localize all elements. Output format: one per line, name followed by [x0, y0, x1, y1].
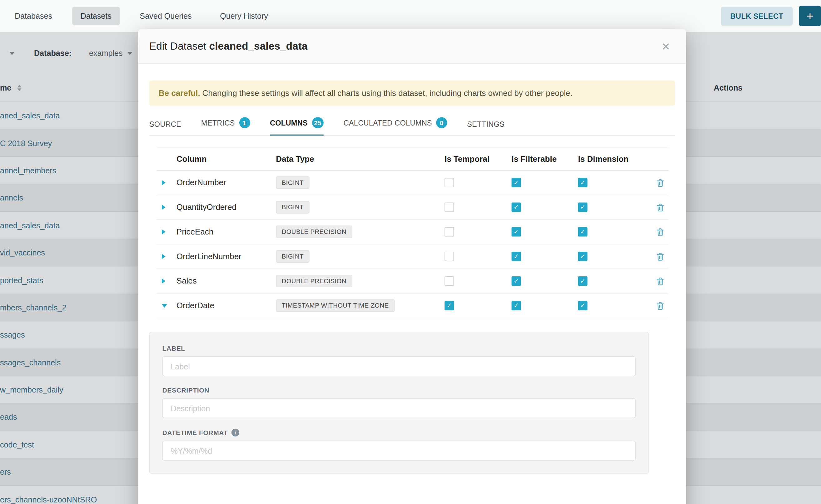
- label-field: LABEL: [162, 345, 636, 376]
- checkbox-is-filterable[interactable]: ✓: [512, 276, 521, 286]
- trash-icon[interactable]: [656, 227, 665, 236]
- columns-table-rows: OrderNumberBIGINT✓✓✓QuantityOrderedBIGIN…: [149, 170, 675, 318]
- trash-icon[interactable]: [656, 301, 665, 310]
- dataset-name-link[interactable]: w_members_daily: [0, 385, 63, 394]
- checkbox-is-filterable[interactable]: ✓: [512, 301, 521, 310]
- nav-item-query-history[interactable]: Query History: [211, 7, 276, 25]
- checkbox-is-temporal[interactable]: ✓: [445, 178, 454, 187]
- checkbox-is-filterable[interactable]: ✓: [512, 252, 521, 261]
- tab-metrics[interactable]: METRICS1: [201, 117, 250, 135]
- column-row: QuantityOrderedBIGINT✓✓✓: [156, 195, 669, 220]
- column-header: Column: [176, 154, 276, 164]
- checkbox-is-filterable[interactable]: ✓: [512, 178, 521, 187]
- dataset-name-link[interactable]: annels: [0, 193, 23, 202]
- checkbox-is-filterable-cell: ✓: [512, 203, 578, 212]
- column-row: OrderLineNumberBIGINT✓✓✓: [156, 245, 669, 269]
- column-name: OrderLineNumber: [176, 252, 276, 261]
- info-icon[interactable]: i: [231, 429, 239, 437]
- caret-cell: [156, 279, 176, 284]
- close-icon[interactable]: ✕: [659, 38, 672, 55]
- checkbox-is-dimension[interactable]: ✓: [578, 276, 587, 286]
- chevron-down-icon[interactable]: [9, 52, 15, 55]
- checkbox-is-dimension[interactable]: ✓: [578, 252, 587, 261]
- column-name: OrderDate: [176, 301, 276, 310]
- top-navigation: DatabasesDatasetsSaved QueriesQuery Hist…: [0, 0, 821, 32]
- warning-bold-text: Be careful.: [159, 88, 200, 97]
- database-filter-select[interactable]: examples: [89, 49, 132, 57]
- dataset-name-link[interactable]: ssages_channels: [0, 358, 61, 367]
- tab-count-badge: 25: [312, 117, 323, 128]
- data-type-pill: BIGINT: [276, 201, 309, 214]
- tab-label: CALCULATED COLUMNS: [343, 119, 432, 127]
- data-type-cell: DOUBLE PRECISION: [276, 275, 445, 287]
- nav-item-databases[interactable]: Databases: [6, 7, 61, 25]
- nav-item-saved-queries[interactable]: Saved Queries: [131, 7, 200, 25]
- tab-calculated-columns[interactable]: CALCULATED COLUMNS0: [343, 117, 447, 135]
- dataset-name-link[interactable]: eads: [0, 413, 17, 421]
- data-type-pill: BIGINT: [276, 176, 309, 189]
- warning-text: Changing these settings will affect all …: [202, 88, 572, 97]
- expand-caret-icon[interactable]: [162, 279, 166, 284]
- expand-caret-icon[interactable]: [162, 254, 166, 259]
- trash-icon[interactable]: [656, 203, 665, 211]
- checkbox-is-filterable[interactable]: ✓: [512, 227, 521, 236]
- chevron-down-icon: [127, 52, 133, 55]
- datetime-format-input[interactable]: [162, 441, 636, 461]
- checkbox-is-dimension[interactable]: ✓: [578, 301, 587, 310]
- trash-icon[interactable]: [656, 277, 665, 285]
- checkbox-is-dimension[interactable]: ✓: [578, 178, 587, 187]
- checkbox-is-temporal[interactable]: ✓: [445, 203, 454, 212]
- data-type-cell: TIMESTAMP WITHOUT TIME ZONE: [276, 299, 445, 312]
- dataset-name-link[interactable]: ported_stats: [0, 275, 43, 284]
- expand-caret-icon[interactable]: [162, 205, 166, 210]
- dataset-name-link[interactable]: mbers_channels_2: [0, 303, 66, 312]
- checkbox-is-filterable-cell: ✓: [512, 178, 578, 187]
- dataset-name-link[interactable]: ers_channels-uzooNNtSRO: [0, 495, 97, 504]
- checkbox-is-temporal[interactable]: ✓: [445, 227, 454, 236]
- expand-caret-icon[interactable]: [162, 229, 166, 235]
- label-input[interactable]: [162, 356, 636, 376]
- trash-icon[interactable]: [656, 252, 665, 261]
- warning-banner: Be careful.Changing these settings will …: [149, 81, 675, 106]
- dataset-name-link[interactable]: ssages: [0, 330, 25, 339]
- checkbox-is-dimension[interactable]: ✓: [578, 203, 587, 212]
- bulk-select-button[interactable]: BULK SELECT: [721, 7, 793, 25]
- column-detail-panel: LABEL DESCRIPTION DATETIME FORMAT i: [149, 332, 649, 474]
- tab-columns[interactable]: COLUMNS25: [270, 117, 324, 135]
- trash-icon[interactable]: [656, 178, 665, 187]
- caret-cell: [156, 180, 176, 185]
- database-filter-label: Database:: [34, 49, 72, 57]
- dataset-name-link[interactable]: aned_sales_data: [0, 221, 60, 230]
- column-row: OrderNumberBIGINT✓✓✓: [156, 170, 669, 195]
- collapse-caret-icon[interactable]: [162, 304, 167, 308]
- name-column-header[interactable]: me: [0, 83, 11, 92]
- dataset-name-link[interactable]: vid_vaccines: [0, 248, 45, 257]
- expand-caret-icon[interactable]: [162, 180, 166, 185]
- column-row: OrderDateTIMESTAMP WITHOUT TIME ZONE✓✓✓: [156, 294, 669, 318]
- data-type-cell: BIGINT: [276, 201, 445, 214]
- checkbox-is-temporal[interactable]: ✓: [445, 301, 454, 310]
- checkbox-is-temporal-cell: ✓: [445, 178, 512, 187]
- trash-cell: [642, 178, 669, 187]
- description-input[interactable]: [162, 398, 636, 418]
- dataset-name-link[interactable]: C 2018 Survey: [0, 138, 52, 147]
- dataset-name-link[interactable]: code_test: [0, 440, 34, 449]
- nav-item-datasets[interactable]: Datasets: [72, 7, 120, 25]
- actions-column-header: Actions: [714, 83, 742, 92]
- column-name: PriceEach: [176, 227, 276, 236]
- dataset-name-link[interactable]: aned_sales_data: [0, 111, 60, 120]
- checkbox-is-filterable[interactable]: ✓: [512, 203, 521, 212]
- tab-settings[interactable]: SETTINGS: [467, 120, 505, 135]
- checkbox-is-temporal[interactable]: ✓: [445, 276, 454, 286]
- checkbox-is-dimension[interactable]: ✓: [578, 227, 587, 236]
- tab-source[interactable]: SOURCE: [149, 120, 181, 135]
- label-field-label: LABEL: [162, 345, 636, 352]
- checkbox-is-filterable-cell: ✓: [512, 276, 578, 286]
- checkbox-is-dimension-cell: ✓: [578, 178, 642, 187]
- dataset-name-link[interactable]: annel_members: [0, 166, 56, 175]
- dataset-name-link[interactable]: ers: [0, 467, 11, 476]
- checkbox-is-temporal-cell: ✓: [445, 227, 512, 236]
- checkbox-is-temporal[interactable]: ✓: [445, 252, 454, 261]
- add-dataset-button[interactable]: +: [799, 6, 821, 26]
- sort-icon[interactable]: [17, 85, 21, 91]
